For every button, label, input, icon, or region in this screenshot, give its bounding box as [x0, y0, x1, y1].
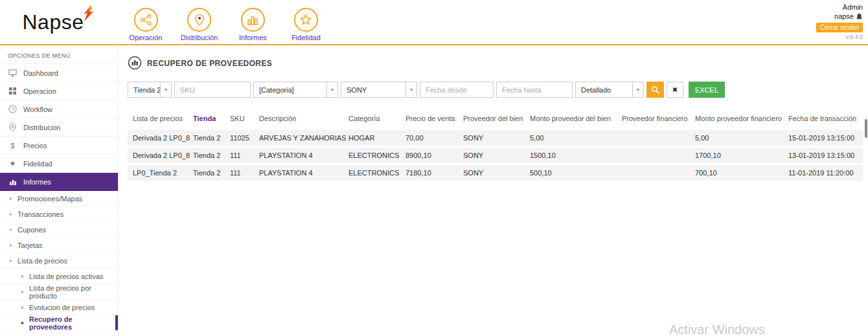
- column-header-monto-proveedor-financiero[interactable]: Monto proveedor financiero: [692, 111, 786, 130]
- cell-proveedor-financiero: [619, 130, 692, 147]
- sidebar-item-label: Operacion: [23, 87, 56, 95]
- cell-precio-de-venta: 70,00: [403, 130, 461, 147]
- header-user-area: Admin napse Cerrar sesión v.8.4.0: [816, 3, 868, 41]
- nav-informes[interactable]: Informes: [234, 8, 271, 41]
- column-header-categoria[interactable]: Categoría: [346, 111, 403, 130]
- column-header-lista-de-precios[interactable]: Lista de precios: [128, 111, 190, 130]
- sidebar-subitem-promociones-mapas[interactable]: ▸ Promociones/Mapas: [0, 191, 118, 207]
- cell-lista-de-precios: LP0_Tienda 2: [128, 164, 190, 182]
- cell-monto-proveedor-del-bien: 500,10: [527, 164, 619, 182]
- report-circle-icon: [128, 56, 142, 71]
- category-select[interactable]: [Categoria] ▼: [253, 82, 338, 98]
- scrollbar-thumb[interactable]: [865, 119, 867, 138]
- sidebar-item-informes[interactable]: Informes: [0, 173, 118, 191]
- fidelidad-star-icon: [294, 8, 318, 32]
- sidebar-subitem-tarjetas[interactable]: ▸ Tarjetas: [0, 238, 118, 253]
- caret-right-icon: ▸: [21, 273, 24, 279]
- sidebar-subitem-evolucion-de-precios[interactable]: ▸ Evolucion de precios: [0, 300, 118, 315]
- sidebar-item-workflow[interactable]: ? Workflow: [0, 100, 118, 118]
- pin-icon: [8, 123, 17, 131]
- nav-label-informes: Informes: [239, 34, 267, 41]
- sidebar-item-distribucion[interactable]: Distribucion: [0, 118, 118, 137]
- date-from-input[interactable]: [420, 82, 494, 98]
- cell-descripcion: PLAYSTATION 4: [257, 164, 346, 182]
- sidebar-item-label: Distribucion: [23, 124, 60, 131]
- cell-proveedor-del-bien: SONY: [461, 147, 527, 164]
- caret-right-icon: ▸: [10, 258, 12, 263]
- filter-bar: Tienda 2 ▼ [Categoria] ▼ SONY ▼ Detallad…: [128, 82, 868, 98]
- nav-fidelidad[interactable]: Fidelidad: [288, 8, 324, 41]
- provider-select[interactable]: SONY ▼: [341, 82, 417, 98]
- sidebar-item-fidelidad[interactable]: ★ Fidelidad: [0, 155, 118, 173]
- detail-level-select[interactable]: Detallado ▼: [575, 82, 644, 98]
- cell-descripcion: PLAYSTATION 4: [257, 147, 346, 164]
- sidebar: OPCIONES DE MENÚ Dashboard Operacion ? W…: [0, 47, 119, 336]
- excel-button[interactable]: EXCEL: [689, 82, 725, 98]
- nav-operacion[interactable]: Operación: [128, 8, 164, 41]
- cell-fecha-de-transaccion: 11-01-2019 11:20:00: [786, 164, 863, 182]
- clear-icon: ✖: [672, 86, 678, 93]
- cell-sku: 111: [227, 147, 257, 164]
- nav-label-distribucion: Distribución: [181, 34, 218, 41]
- column-header-descripcion[interactable]: Descripción: [257, 111, 346, 130]
- cell-fecha-de-transaccion: 15-01-2019 13:15:00: [786, 130, 863, 147]
- table-header-row: Lista de precios Tienda SKU Descripción …: [128, 111, 863, 130]
- caret-right-icon: ▸: [10, 211, 12, 217]
- cell-proveedor-del-bien: SONY: [461, 164, 527, 182]
- table-row: Derivada 2 LP0_8 Tienda 2 111 PLAYSTATIO…: [128, 147, 863, 164]
- app-header: Napse Operación Distribución: [0, 0, 868, 45]
- sidebar-subitem-transacciones[interactable]: ▸ Transacciones: [0, 207, 118, 222]
- sku-input[interactable]: [174, 82, 251, 98]
- cell-precio-de-venta: 7180,10: [403, 164, 461, 182]
- cell-monto-proveedor-financiero: 1700,10: [692, 147, 786, 164]
- nav-distribucion[interactable]: Distribución: [181, 8, 218, 41]
- provider-select-value: SONY: [341, 82, 405, 97]
- store-select-value: Tienda 2: [128, 82, 160, 97]
- user-name-row: napse: [816, 12, 863, 21]
- cell-tienda: Tienda 2: [190, 130, 227, 147]
- sidebar-subitem-label: Lista de precios por producto: [29, 284, 110, 300]
- cell-proveedor-financiero: [619, 147, 692, 164]
- cell-precio-de-venta: 8900,10: [403, 147, 461, 164]
- caret-right-icon: ▸: [10, 227, 12, 232]
- category-select-value: [Categoria]: [254, 82, 326, 97]
- detail-select-value: Detallado: [576, 82, 632, 97]
- sidebar-item-dashboard[interactable]: Dashboard: [0, 64, 118, 82]
- clear-button[interactable]: ✖: [667, 82, 683, 98]
- nav-label-operacion: Operación: [130, 34, 163, 41]
- informes-chart-icon: [241, 8, 265, 32]
- sidebar-item-operacion[interactable]: Operacion: [0, 82, 118, 100]
- cell-monto-proveedor-del-bien: 1500,10: [527, 147, 619, 164]
- column-header-fecha-de-transaccion[interactable]: Fecha de transacción: [786, 111, 863, 130]
- cell-monto-proveedor-del-bien: 5,00: [527, 130, 619, 147]
- operacion-nodes-icon: [134, 8, 158, 32]
- logo-text: Napse: [23, 10, 84, 34]
- column-header-proveedor-financiero[interactable]: Proveedor financiero: [619, 111, 692, 130]
- cell-tienda: Tienda 2: [190, 164, 227, 182]
- sidebar-subitem-label: Lista de precios activas: [29, 273, 103, 280]
- logout-button[interactable]: Cerrar sesión: [816, 23, 863, 32]
- napse-logo[interactable]: Napse: [0, 10, 119, 34]
- sidebar-subitem-recupero-de-proveedores[interactable]: ▸ Recupero de proveedores: [0, 315, 118, 331]
- store-select[interactable]: Tienda 2 ▼: [128, 82, 172, 98]
- sidebar-item-label: Dashboard: [23, 69, 58, 77]
- page-title-row: RECUPERO DE PROVEEDORES: [128, 56, 868, 71]
- chevron-down-icon: ▼: [160, 82, 171, 97]
- sidebar-subitem-lista-de-precios-activas[interactable]: ▸ Lista de precios activas: [0, 269, 118, 284]
- column-header-tienda[interactable]: Tienda: [190, 111, 227, 130]
- search-button[interactable]: [646, 82, 664, 98]
- bell-icon[interactable]: [856, 13, 863, 21]
- column-header-monto-proveedor-del-bien[interactable]: Monto proveedor del bien: [527, 111, 619, 130]
- date-to-input[interactable]: [496, 82, 573, 98]
- table-row: Derivada 2 LP0_8 Tienda 2 11025 ARVEJAS …: [128, 130, 863, 147]
- sidebar-subitem-lista-de-precios-por-producto[interactable]: ▸ Lista de precios por producto: [0, 284, 118, 300]
- sidebar-item-precios[interactable]: $ Precios: [0, 137, 118, 155]
- caret-right-icon: ▸: [10, 196, 12, 201]
- column-header-precio-de-venta[interactable]: Precio de venta: [403, 111, 461, 130]
- column-header-proveedor-del-bien[interactable]: Proveedor del bien: [461, 111, 527, 130]
- column-header-sku[interactable]: SKU: [227, 111, 257, 130]
- cell-monto-proveedor-financiero: 700,10: [692, 164, 786, 182]
- sidebar-subitem-cupones[interactable]: ▸ Cupones: [0, 222, 118, 238]
- results-table: Lista de precios Tienda SKU Descripción …: [128, 111, 863, 183]
- sidebar-subitem-lista-de-precios[interactable]: ▸ Lista de precios: [0, 253, 118, 269]
